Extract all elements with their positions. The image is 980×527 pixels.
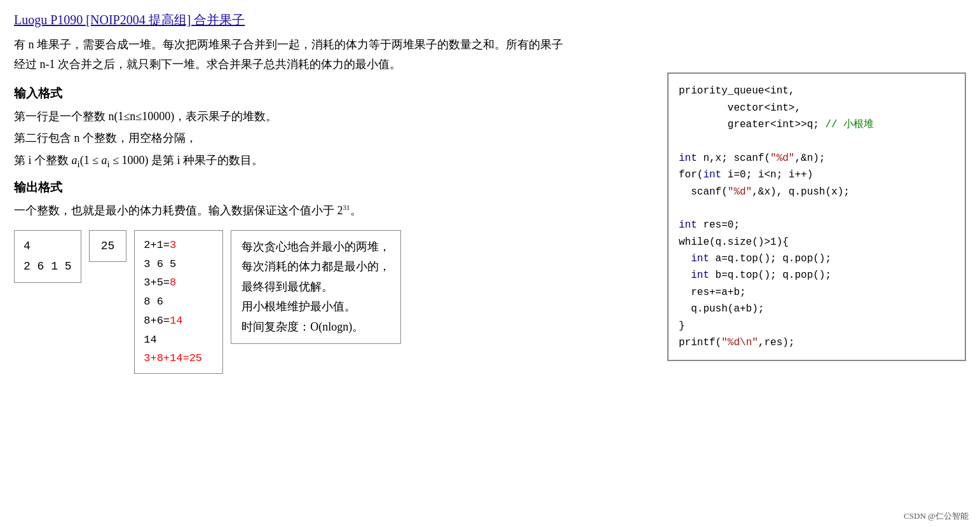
problem-title[interactable]: Luogu P1090 [NOIP2004 提高组] 合并果子 [14, 11, 966, 29]
example-input: 4 2 6 1 5 [14, 230, 81, 283]
output-section-title: 输出格式 [14, 179, 656, 196]
input-line-2: 第二行包含 n 个整数，用空格分隔， [14, 127, 656, 149]
output-line: 一个整数，也就是最小的体力耗费值。输入数据保证这个值小于 231。 [14, 200, 656, 221]
code-panel: priority_queue<int, vector<int>, greater… [667, 72, 966, 361]
bottom-boxes: 4 2 6 1 5 25 2+1=3 3 6 5 3+5=8 8 6 8+6=1… [14, 230, 656, 374]
explanation-box: 每次贪心地合并最小的两堆， 每次消耗的体力都是最小的， 最终得到最优解。 用小根… [231, 230, 401, 345]
watermark: CSDN @仁公智能 [904, 510, 969, 522]
input-section-title: 输入格式 [14, 85, 656, 102]
intro-line1: 有 n 堆果子，需要合成一堆。每次把两堆果子合并到一起，消耗的体力等于两堆果子的… [14, 38, 563, 51]
left-content: 输入格式 第一行是一个整数 n(1≤n≤10000)，表示果子的堆数。 第二行包… [14, 79, 656, 374]
steps-box: 2+1=3 3 6 5 3+5=8 8 6 8+6=14 14 3+8+14=2… [134, 230, 223, 374]
intro-text: 有 n 堆果子，需要合成一堆。每次把两堆果子合并到一起，消耗的体力等于两堆果子的… [14, 35, 966, 74]
input-line-1: 第一行是一个整数 n(1≤n≤10000)，表示果子的堆数。 [14, 106, 656, 127]
example-output: 25 [89, 230, 127, 262]
input-line-3: 第 i 个整数 ai(1 ≤ ai ≤ 1000) 是第 i 种果子的数目。 [14, 149, 656, 173]
intro-line2: 经过 n-1 次合并之后，就只剩下一堆。求合并果子总共消耗的体力的最小值。 [14, 58, 401, 71]
